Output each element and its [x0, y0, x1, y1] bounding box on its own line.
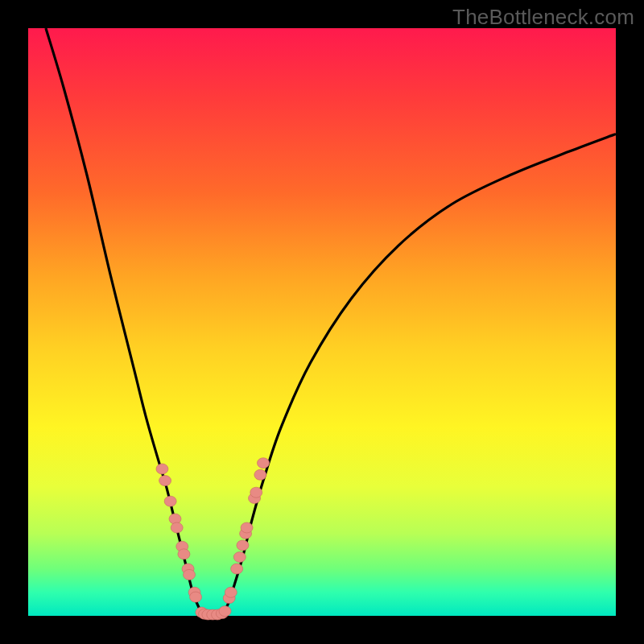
- left-marker: [171, 522, 183, 533]
- right-marker: [233, 552, 246, 563]
- left-marker: [159, 476, 171, 486]
- right-marker: [254, 469, 266, 480]
- left-marker: [178, 549, 190, 559]
- right-marker: [237, 540, 249, 551]
- left-marker: [184, 569, 196, 580]
- right-curve: [217, 134, 616, 617]
- curve-layer: [46, 28, 616, 617]
- right-marker: [241, 522, 253, 533]
- marker-layer: [156, 458, 270, 620]
- left-curve: [46, 28, 210, 617]
- right-marker: [225, 587, 237, 597]
- valley-marker: [219, 606, 231, 617]
- left-marker: [156, 464, 168, 474]
- chart-svg: [28, 28, 616, 616]
- right-marker: [231, 564, 243, 574]
- left-marker: [164, 496, 176, 506]
- watermark-text: TheBottleneck.com: [452, 5, 634, 30]
- right-marker: [258, 458, 270, 469]
- right-marker: [250, 487, 262, 497]
- left-marker: [190, 592, 202, 602]
